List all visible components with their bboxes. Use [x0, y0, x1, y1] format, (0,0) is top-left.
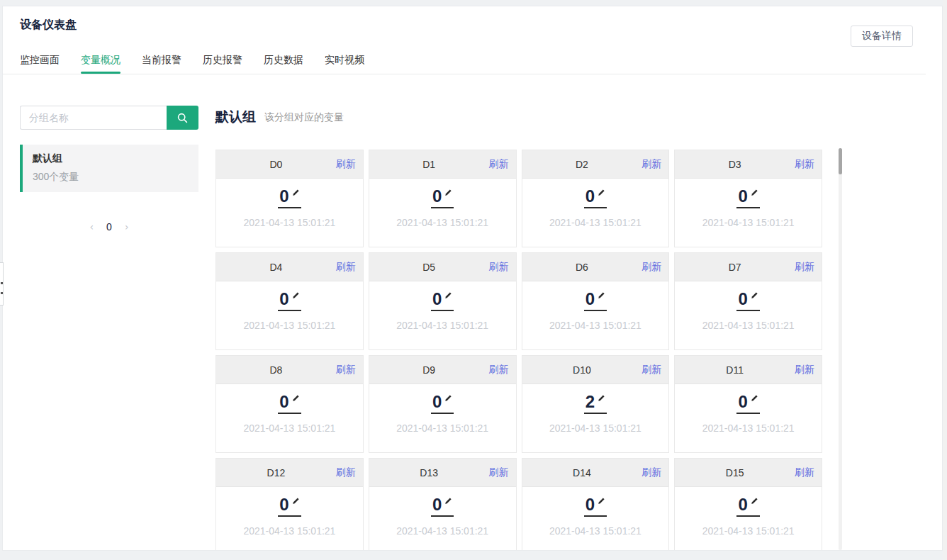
- variable-name: D4: [216, 262, 336, 273]
- variable-value: 0: [432, 289, 442, 309]
- refresh-link[interactable]: 刷新: [336, 261, 363, 274]
- variable-value-edit[interactable]: 0: [736, 186, 759, 208]
- edit-pencil-icon: [750, 189, 758, 198]
- tab-live-video[interactable]: 实时视频: [325, 52, 364, 74]
- tab-monitor-screen[interactable]: 监控画面: [20, 52, 60, 74]
- variable-name: D10: [522, 364, 642, 376]
- refresh-link[interactable]: 刷新: [489, 466, 516, 479]
- tabs: 监控画面变量概况当前报警历史报警历史数据实时视频: [20, 52, 942, 74]
- tab-history-data[interactable]: 历史数据: [264, 52, 303, 74]
- variable-value: 0: [279, 392, 288, 412]
- refresh-link[interactable]: 刷新: [795, 158, 822, 171]
- variable-name: D3: [675, 159, 795, 170]
- variable-value-edit[interactable]: 0: [278, 186, 301, 208]
- variable-card: D0 刷新 0 2021-04-13 15:01:21: [215, 150, 364, 247]
- edit-pencil-icon: [444, 497, 452, 506]
- pagination-current-page[interactable]: 0: [101, 221, 118, 233]
- group-title: 默认组: [215, 109, 256, 124]
- panel-collapse-handle[interactable]: [0, 262, 4, 306]
- group-pagination: ‹ 0 ›: [20, 221, 198, 233]
- variable-value: 0: [585, 289, 595, 309]
- group-list: 默认组300个变量: [20, 145, 198, 192]
- variable-card: D14 刷新 0 2021-04-13 15:01:21: [522, 458, 670, 550]
- variable-value-edit[interactable]: 0: [736, 289, 759, 311]
- device-detail-button[interactable]: 设备详情: [851, 26, 913, 47]
- variable-value: 0: [585, 186, 595, 206]
- variable-value-edit[interactable]: 0: [584, 495, 607, 517]
- variable-card: D12 刷新 0 2021-04-13 15:01:21: [215, 458, 364, 550]
- refresh-link[interactable]: 刷新: [641, 364, 668, 376]
- variable-name: D12: [216, 467, 336, 478]
- search-button[interactable]: [167, 106, 198, 130]
- variable-value-edit[interactable]: 0: [278, 392, 301, 414]
- refresh-link[interactable]: 刷新: [641, 466, 668, 479]
- variable-value-edit[interactable]: 0: [736, 392, 759, 414]
- variable-card-header: D9 刷新: [369, 356, 516, 384]
- variables-grid: D0 刷新 0 2021-04-13 15:01:21 D1 刷新: [215, 150, 822, 550]
- refresh-link[interactable]: 刷新: [795, 261, 822, 274]
- variable-name: D8: [216, 364, 336, 376]
- variable-card-header: D5 刷新: [369, 253, 516, 281]
- tab-variable-overview[interactable]: 变量概况: [81, 52, 121, 74]
- variable-card-body: 0 2021-04-13 15:01:21: [675, 487, 822, 537]
- variable-card: D6 刷新 0 2021-04-13 15:01:21: [522, 252, 670, 350]
- refresh-link[interactable]: 刷新: [489, 364, 516, 376]
- variable-card-header: D8 刷新: [216, 356, 363, 384]
- variable-timestamp: 2021-04-13 15:01:21: [369, 525, 516, 537]
- tab-current-alarms[interactable]: 当前报警: [142, 52, 181, 74]
- variable-card-body: 0 2021-04-13 15:01:21: [675, 384, 822, 434]
- variable-card: D1 刷新 0 2021-04-13 15:01:21: [369, 150, 517, 247]
- refresh-link[interactable]: 刷新: [641, 261, 668, 274]
- variable-value-edit[interactable]: 0: [584, 186, 607, 208]
- edit-pencil-icon: [597, 291, 605, 301]
- edit-pencil-icon: [750, 497, 758, 506]
- variable-card-header: D13 刷新: [369, 459, 516, 487]
- pagination-next-icon[interactable]: ›: [121, 221, 133, 233]
- group-search-input[interactable]: [20, 106, 167, 130]
- variable-card-body: 0 2021-04-13 15:01:21: [675, 281, 822, 331]
- variable-timestamp: 2021-04-13 15:01:21: [522, 217, 669, 228]
- variable-card-header: D2 刷新: [522, 150, 669, 179]
- handle-dot: [1, 282, 3, 284]
- tab-history-alarms[interactable]: 历史报警: [203, 52, 242, 74]
- grid-scrollbar-thumb[interactable]: [839, 148, 842, 174]
- variable-name: D9: [369, 364, 489, 376]
- group-sidebar: 默认组300个变量 ‹ 0 ›: [20, 106, 198, 233]
- refresh-link[interactable]: 刷新: [489, 261, 516, 274]
- refresh-link[interactable]: 刷新: [641, 158, 668, 171]
- group-header: 默认组该分组对应的变量: [215, 107, 942, 125]
- edit-pencil-icon: [750, 394, 758, 403]
- variable-card-header: D1 刷新: [369, 150, 516, 179]
- variable-card-body: 0 2021-04-13 15:01:21: [369, 487, 516, 537]
- refresh-link[interactable]: 刷新: [795, 364, 822, 376]
- variable-value-edit[interactable]: 0: [278, 289, 301, 311]
- variable-card-body: 0 2021-04-13 15:01:21: [216, 179, 363, 228]
- variable-value-edit[interactable]: 0: [431, 186, 454, 208]
- variable-value-edit[interactable]: 2: [584, 392, 607, 414]
- variable-value-edit[interactable]: 0: [431, 289, 454, 311]
- page-scrollbar-track[interactable]: [943, 0, 947, 560]
- group-list-item[interactable]: 默认组300个变量: [20, 145, 198, 192]
- pagination-prev-icon[interactable]: ‹: [86, 221, 99, 233]
- variable-timestamp: 2021-04-13 15:01:21: [522, 422, 669, 434]
- variable-value-edit[interactable]: 0: [584, 289, 607, 311]
- variable-value: 0: [585, 495, 595, 515]
- group-item-name: 默认组: [33, 152, 189, 165]
- refresh-link[interactable]: 刷新: [336, 364, 363, 376]
- edit-pencil-icon: [444, 291, 452, 301]
- refresh-link[interactable]: 刷新: [336, 466, 363, 479]
- variable-timestamp: 2021-04-13 15:01:21: [675, 422, 822, 434]
- variable-value: 0: [738, 289, 747, 309]
- refresh-link[interactable]: 刷新: [336, 158, 363, 171]
- variable-card-body: 0 2021-04-13 15:01:21: [369, 384, 516, 434]
- variable-value-edit[interactable]: 0: [431, 392, 454, 414]
- variable-value-edit[interactable]: 0: [278, 495, 301, 517]
- grid-scrollbar-track[interactable]: [839, 148, 842, 550]
- variable-value: 0: [432, 495, 442, 515]
- variable-value-edit[interactable]: 0: [736, 495, 759, 517]
- handle-dot: [1, 292, 3, 294]
- refresh-link[interactable]: 刷新: [489, 158, 516, 171]
- variable-value-edit[interactable]: 0: [431, 495, 454, 517]
- refresh-link[interactable]: 刷新: [795, 466, 822, 479]
- variable-name: D15: [675, 467, 795, 478]
